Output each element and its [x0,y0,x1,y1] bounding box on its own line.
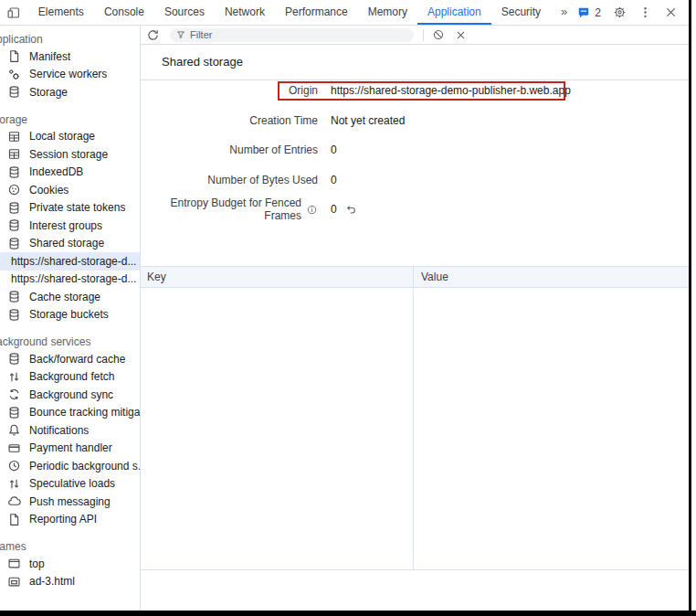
sidebar-item-shared-storage[interactable]: Shared storage [0,235,141,253]
devtools-tabbar: ElementsConsoleSourcesNetworkPerformance… [0,0,689,26]
sidebar-item-label: Storage [29,86,68,99]
clear-all-icon[interactable] [432,28,445,41]
column-header-key[interactable]: Key [141,267,414,287]
toggle-device-toolbar-icon[interactable] [7,5,21,20]
tab-elements[interactable]: Elements [28,0,94,25]
sidebar-section-application: ApplicationManifestService workersStorag… [0,31,141,101]
service-worker-icon [7,68,21,81]
sidebar-section-title: Frames [0,538,141,555]
issues-bubble-icon [577,6,590,19]
bell-icon [7,423,21,437]
sidebar-item-periodic-background-s[interactable]: Periodic background s... [0,457,141,475]
up-down-arrows-icon [7,370,21,384]
tab-console[interactable]: Console [94,0,154,25]
sidebar-item-https-shared-storage-d[interactable]: https://shared-storage-d... [0,252,141,271]
database-icon [7,165,21,179]
sidebar-item-back-forward-cache[interactable]: Back/forward cache [0,350,141,368]
sidebar-item-top[interactable]: top [0,555,141,573]
key-value-grid: Key Value [141,266,689,570]
field-label: Origin [141,84,318,97]
kebab-menu-icon[interactable] [638,5,652,19]
sidebar-item-label: Cookies [29,184,69,196]
sidebar-item-cache-storage[interactable]: Cache storage [0,288,141,306]
card-icon [7,441,21,455]
sidebar-item-session-storage[interactable]: Session storage [0,145,141,164]
sidebar-item-label: Session storage [29,148,108,161]
sidebar-item-bounce-tracking-mitiga[interactable]: Bounce tracking mitiga... [0,404,141,422]
sidebar-item-private-state-tokens[interactable]: Private state tokens [0,199,141,218]
sidebar-item-label: Service workers [29,68,107,80]
database-icon [7,308,21,322]
field-row-number-of-entries: Number of Entries0 [141,135,689,165]
sidebar-section-title: Application [0,31,141,48]
sidebar-item-label: Local storage [29,130,95,143]
sidebar-item-cookies[interactable]: Cookies [0,181,141,199]
sidebar-item-reporting-api[interactable]: Reporting API [0,511,141,529]
sidebar-item-background-sync[interactable]: Background sync [0,386,141,404]
sidebar-item-notifications[interactable]: Notifications [0,421,141,440]
sidebar-item-indexeddb[interactable]: IndexedDB [0,164,141,182]
sidebar-item-label: Reporting API [29,513,97,526]
field-row-entropy-budget-for-fenced-frames: Entropy Budget for Fenced Frames0 [141,195,689,225]
sidebar-item-label: Shared storage [29,237,104,250]
sidebar-item-label: ad-3.html [29,575,75,588]
settings-gear-icon[interactable] [613,5,627,19]
sidebar-item-local-storage[interactable]: Local storage [0,128,141,146]
sidebar-item-label: Back/forward cache [29,353,125,366]
database-icon [7,201,21,215]
up-down-arrows-icon [7,477,21,491]
refresh-icon[interactable] [146,28,160,42]
reset-budget-icon[interactable] [345,204,357,216]
tab-application[interactable]: Application [417,0,491,25]
more-tabs-button[interactable]: » [551,0,577,25]
issues-button[interactable]: 2 [577,6,601,19]
close-devtools-icon[interactable] [664,5,678,19]
sidebar-item-interest-groups[interactable]: Interest groups [0,217,141,235]
sidebar-item-storage[interactable]: Storage [0,83,141,101]
sidebar-item-background-fetch[interactable]: Background fetch [0,368,141,387]
filter-input[interactable] [190,28,414,42]
sync-icon [7,388,21,401]
database-icon [7,237,21,250]
issues-count: 2 [595,6,601,19]
field-value: 0 [331,203,337,216]
metadata-report: Originhttps://shared-storage-demo-publis… [141,76,689,225]
tab-strip: ElementsConsoleSourcesNetworkPerformance… [28,0,577,25]
delete-selected-icon[interactable] [455,29,467,41]
field-label-text: Origin [289,84,318,97]
sidebar-item-label: Storage buckets [29,308,109,321]
sidebar-item-label: Manifest [29,50,70,63]
sidebar-item-label: Speculative loads [29,477,115,490]
grid-value-cell-area [414,288,689,569]
document-icon [7,513,21,526]
field-row-number-of-bytes-used: Number of Bytes Used0 [141,165,689,196]
tab-memory[interactable]: Memory [358,0,417,25]
info-icon[interactable] [306,204,318,216]
sidebar-item-https-shared-storage-d[interactable]: https://shared-storage-d... [0,271,141,289]
tab-sources[interactable]: Sources [154,0,215,25]
database-icon [7,352,21,366]
sidebar-item-service-workers[interactable]: Service workers [0,66,141,84]
tab-performance[interactable]: Performance [275,0,358,25]
document-icon [7,49,21,63]
database-icon [7,290,21,303]
tab-security[interactable]: Security [491,0,551,25]
column-header-value[interactable]: Value [414,267,689,287]
sidebar-item-storage-buckets[interactable]: Storage buckets [0,306,141,324]
tab-network[interactable]: Network [215,0,275,25]
sidebar-item-label: https://shared-storage-d... [11,272,136,285]
sidebar-item-label: Bounce tracking mitiga... [29,406,141,419]
sidebar-item-payment-handler[interactable]: Payment handler [0,440,141,458]
field-label-text: Creation Time [249,114,318,127]
sidebar-section-title: Background services [0,334,141,350]
sidebar-item-speculative-loads[interactable]: Speculative loads [0,475,141,494]
sidebar-item-label: Push messaging [29,495,111,508]
sidebar-item-manifest[interactable]: Manifest [0,48,141,66]
window-right-edge [689,0,691,611]
sidebar-item-ad-3-html[interactable]: ad-3.html [0,573,141,591]
sidebar-item-label: Background sync [29,388,113,401]
sidebar-item-label: Payment handler [29,441,112,454]
grid-key-cell-area [141,288,414,569]
clock-icon [7,459,21,473]
sidebar-item-push-messaging[interactable]: Push messaging [0,493,141,511]
